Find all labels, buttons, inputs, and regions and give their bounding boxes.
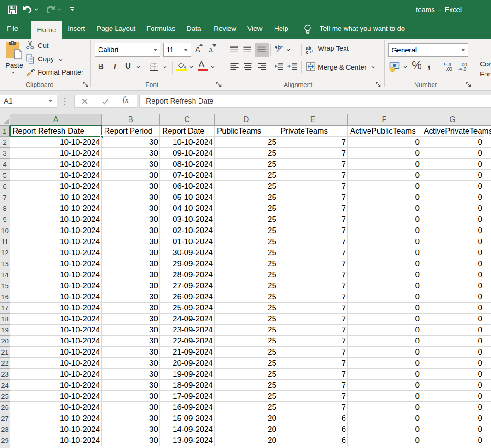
svg-text:.00: .00 [461, 62, 467, 67]
svg-text:.0: .0 [462, 67, 467, 71]
svg-text:c: c [306, 50, 309, 54]
svg-text:.0: .0 [447, 62, 451, 67]
svg-text:ab: ab [275, 44, 281, 51]
svg-text:.00: .00 [446, 67, 452, 71]
